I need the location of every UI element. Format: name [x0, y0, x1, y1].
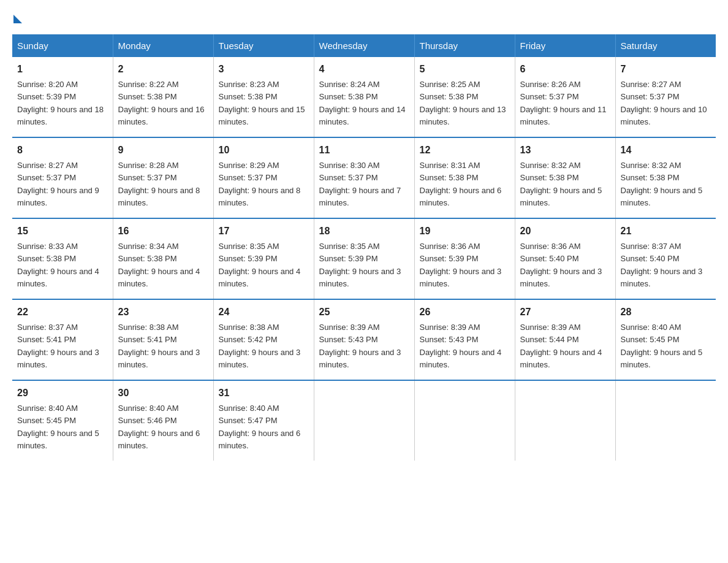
header-monday: Monday [113, 34, 213, 57]
day-number: 16 [118, 224, 208, 239]
day-number: 26 [420, 305, 510, 320]
calendar-cell: 10Sunrise: 8:29 AMSunset: 5:37 PMDayligh… [213, 137, 314, 218]
calendar-cell [515, 380, 615, 461]
day-info: Sunrise: 8:23 AMSunset: 5:38 PMDaylight:… [219, 80, 305, 126]
header-tuesday: Tuesday [213, 34, 314, 57]
calendar-cell: 21Sunrise: 8:37 AMSunset: 5:40 PMDayligh… [615, 218, 716, 299]
calendar-cell: 27Sunrise: 8:39 AMSunset: 5:44 PMDayligh… [515, 299, 615, 380]
day-number: 13 [520, 143, 610, 158]
header-sunday: Sunday [12, 34, 113, 57]
day-info: Sunrise: 8:36 AMSunset: 5:39 PMDaylight:… [420, 242, 502, 288]
day-info: Sunrise: 8:32 AMSunset: 5:38 PMDaylight:… [520, 161, 602, 207]
day-info: Sunrise: 8:40 AMSunset: 5:46 PMDaylight:… [118, 404, 200, 450]
day-number: 12 [420, 143, 510, 158]
day-number: 29 [17, 386, 108, 400]
day-info: Sunrise: 8:27 AMSunset: 5:37 PMDaylight:… [621, 80, 707, 126]
day-number: 4 [319, 62, 409, 77]
day-info: Sunrise: 8:39 AMSunset: 5:44 PMDaylight:… [520, 323, 602, 369]
day-number: 30 [118, 386, 208, 400]
calendar-cell: 29Sunrise: 8:40 AMSunset: 5:45 PMDayligh… [12, 380, 113, 461]
day-info: Sunrise: 8:35 AMSunset: 5:39 PMDaylight:… [319, 242, 401, 288]
day-number: 3 [219, 62, 309, 77]
calendar-cell: 23Sunrise: 8:38 AMSunset: 5:41 PMDayligh… [113, 299, 213, 380]
calendar-cell [615, 380, 716, 461]
calendar-week-row: 15Sunrise: 8:33 AMSunset: 5:38 PMDayligh… [12, 218, 716, 299]
page-header [12, 12, 716, 22]
calendar-cell: 5Sunrise: 8:25 AMSunset: 5:38 PMDaylight… [414, 57, 515, 137]
day-info: Sunrise: 8:38 AMSunset: 5:41 PMDaylight:… [118, 323, 200, 369]
calendar-cell: 3Sunrise: 8:23 AMSunset: 5:38 PMDaylight… [213, 57, 314, 137]
calendar-cell: 19Sunrise: 8:36 AMSunset: 5:39 PMDayligh… [414, 218, 515, 299]
calendar-cell [314, 380, 414, 461]
day-info: Sunrise: 8:33 AMSunset: 5:38 PMDaylight:… [17, 242, 99, 288]
day-number: 21 [621, 224, 711, 239]
day-number: 6 [520, 62, 610, 77]
day-number: 14 [621, 143, 711, 158]
day-info: Sunrise: 8:25 AMSunset: 5:38 PMDaylight:… [420, 80, 506, 126]
day-number: 8 [17, 143, 108, 158]
day-info: Sunrise: 8:32 AMSunset: 5:38 PMDaylight:… [621, 161, 703, 207]
day-info: Sunrise: 8:20 AMSunset: 5:39 PMDaylight:… [17, 80, 104, 126]
day-info: Sunrise: 8:30 AMSunset: 5:37 PMDaylight:… [319, 161, 401, 207]
day-info: Sunrise: 8:29 AMSunset: 5:37 PMDaylight:… [219, 161, 301, 207]
day-number: 23 [118, 305, 208, 320]
calendar-cell: 13Sunrise: 8:32 AMSunset: 5:38 PMDayligh… [515, 137, 615, 218]
calendar-week-row: 1Sunrise: 8:20 AMSunset: 5:39 PMDaylight… [12, 57, 716, 137]
day-number: 24 [219, 305, 309, 320]
calendar-cell: 30Sunrise: 8:40 AMSunset: 5:46 PMDayligh… [113, 380, 213, 461]
day-number: 15 [17, 224, 108, 239]
day-number: 27 [520, 305, 610, 320]
day-info: Sunrise: 8:37 AMSunset: 5:40 PMDaylight:… [621, 242, 703, 288]
calendar-cell: 9Sunrise: 8:28 AMSunset: 5:37 PMDaylight… [113, 137, 213, 218]
calendar-cell: 15Sunrise: 8:33 AMSunset: 5:38 PMDayligh… [12, 218, 113, 299]
calendar-cell: 12Sunrise: 8:31 AMSunset: 5:38 PMDayligh… [414, 137, 515, 218]
day-info: Sunrise: 8:28 AMSunset: 5:37 PMDaylight:… [118, 161, 200, 207]
calendar-cell: 18Sunrise: 8:35 AMSunset: 5:39 PMDayligh… [314, 218, 414, 299]
day-number: 17 [219, 224, 309, 239]
day-info: Sunrise: 8:38 AMSunset: 5:42 PMDaylight:… [219, 323, 301, 369]
calendar-cell: 4Sunrise: 8:24 AMSunset: 5:38 PMDaylight… [314, 57, 414, 137]
calendar-cell: 16Sunrise: 8:34 AMSunset: 5:38 PMDayligh… [113, 218, 213, 299]
logo [12, 12, 22, 22]
day-info: Sunrise: 8:39 AMSunset: 5:43 PMDaylight:… [420, 323, 502, 369]
calendar-cell: 31Sunrise: 8:40 AMSunset: 5:47 PMDayligh… [213, 380, 314, 461]
day-info: Sunrise: 8:35 AMSunset: 5:39 PMDaylight:… [219, 242, 301, 288]
calendar-cell: 28Sunrise: 8:40 AMSunset: 5:45 PMDayligh… [615, 299, 716, 380]
calendar-cell: 14Sunrise: 8:32 AMSunset: 5:38 PMDayligh… [615, 137, 716, 218]
day-info: Sunrise: 8:40 AMSunset: 5:45 PMDaylight:… [621, 323, 703, 369]
header-wednesday: Wednesday [314, 34, 414, 57]
day-number: 19 [420, 224, 510, 239]
day-info: Sunrise: 8:40 AMSunset: 5:45 PMDaylight:… [17, 404, 99, 450]
calendar-cell: 11Sunrise: 8:30 AMSunset: 5:37 PMDayligh… [314, 137, 414, 218]
day-info: Sunrise: 8:37 AMSunset: 5:41 PMDaylight:… [17, 323, 99, 369]
day-number: 9 [118, 143, 208, 158]
day-number: 11 [319, 143, 409, 158]
calendar-cell: 24Sunrise: 8:38 AMSunset: 5:42 PMDayligh… [213, 299, 314, 380]
day-info: Sunrise: 8:26 AMSunset: 5:37 PMDaylight:… [520, 80, 607, 126]
day-info: Sunrise: 8:24 AMSunset: 5:38 PMDaylight:… [319, 80, 406, 126]
day-info: Sunrise: 8:39 AMSunset: 5:43 PMDaylight:… [319, 323, 401, 369]
calendar-cell: 17Sunrise: 8:35 AMSunset: 5:39 PMDayligh… [213, 218, 314, 299]
day-number: 20 [520, 224, 610, 239]
header-friday: Friday [515, 34, 615, 57]
day-info: Sunrise: 8:36 AMSunset: 5:40 PMDaylight:… [520, 242, 602, 288]
calendar-week-row: 8Sunrise: 8:27 AMSunset: 5:37 PMDaylight… [12, 137, 716, 218]
day-info: Sunrise: 8:40 AMSunset: 5:47 PMDaylight:… [219, 404, 301, 450]
calendar-table: SundayMondayTuesdayWednesdayThursdayFrid… [12, 34, 716, 461]
calendar-week-row: 29Sunrise: 8:40 AMSunset: 5:45 PMDayligh… [12, 380, 716, 461]
day-number: 22 [17, 305, 108, 320]
day-number: 1 [17, 62, 108, 77]
calendar-cell: 1Sunrise: 8:20 AMSunset: 5:39 PMDaylight… [12, 57, 113, 137]
day-info: Sunrise: 8:27 AMSunset: 5:37 PMDaylight:… [17, 161, 99, 207]
day-number: 7 [621, 62, 711, 77]
calendar-cell: 7Sunrise: 8:27 AMSunset: 5:37 PMDaylight… [615, 57, 716, 137]
logo-arrow-icon [13, 15, 22, 23]
header-thursday: Thursday [414, 34, 515, 57]
day-info: Sunrise: 8:31 AMSunset: 5:38 PMDaylight:… [420, 161, 502, 207]
calendar-cell: 20Sunrise: 8:36 AMSunset: 5:40 PMDayligh… [515, 218, 615, 299]
day-number: 28 [621, 305, 711, 320]
calendar-week-row: 22Sunrise: 8:37 AMSunset: 5:41 PMDayligh… [12, 299, 716, 380]
calendar-cell: 6Sunrise: 8:26 AMSunset: 5:37 PMDaylight… [515, 57, 615, 137]
day-number: 25 [319, 305, 409, 320]
day-number: 5 [420, 62, 510, 77]
